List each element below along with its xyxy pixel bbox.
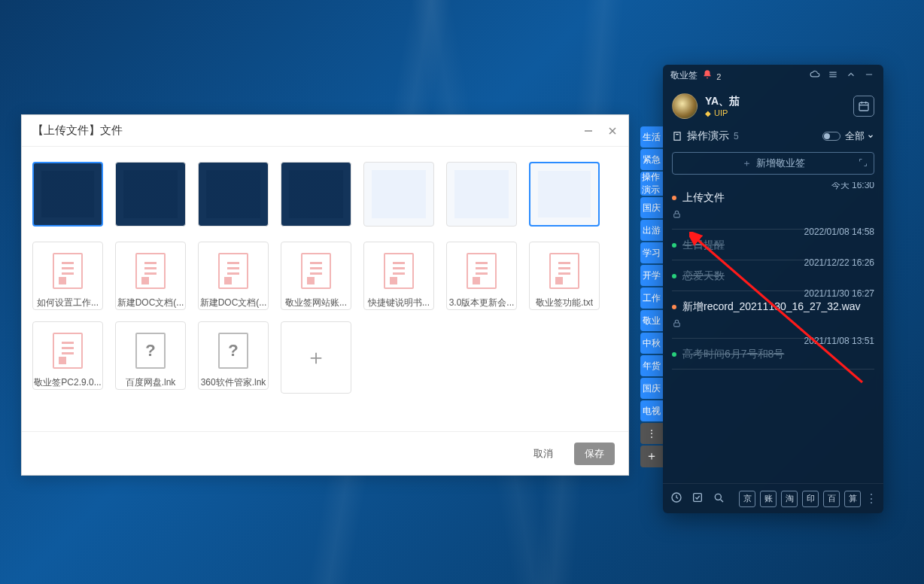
- tag-item[interactable]: 工作: [640, 287, 663, 309]
- bookmark-icon: [672, 131, 682, 141]
- window-controls: [583, 126, 618, 136]
- tag-item[interactable]: 操作演示: [640, 172, 663, 196]
- tag-add[interactable]: ＋: [640, 446, 663, 467]
- clock-icon[interactable]: [670, 491, 682, 506]
- note-item[interactable]: 2021/11/30 16:27 新增record_20211130_16_27…: [672, 291, 874, 339]
- status-dot: [672, 196, 676, 200]
- note-item[interactable]: 2021/11/08 13:51 高考时间6月7号和8号: [672, 339, 874, 370]
- dialog-body: 如何设置工作... 新建DOC文档(... 新建DOC文档(... 敬业签网站账…: [22, 147, 628, 431]
- status-dot: [672, 274, 676, 278]
- note-timestamp: 2021/12/22 16:26: [804, 257, 874, 268]
- save-button[interactable]: 保存: [574, 443, 615, 465]
- calendar-icon[interactable]: [853, 96, 874, 117]
- cancel-button[interactable]: 取消: [523, 443, 564, 465]
- tag-item[interactable]: 生活: [640, 126, 663, 148]
- file-doc[interactable]: 3.0版本更新会...: [446, 242, 517, 309]
- quick-link[interactable]: 百: [823, 491, 840, 507]
- status-dot: [672, 305, 676, 309]
- file-doc[interactable]: 快捷键说明书...: [363, 242, 434, 309]
- file-thumb[interactable]: [281, 162, 351, 230]
- quick-link[interactable]: 淘: [781, 491, 798, 507]
- file-doc[interactable]: 敬业签功能.txt: [529, 242, 600, 309]
- cloud-sync-icon[interactable]: [808, 68, 822, 84]
- close-icon[interactable]: [607, 126, 618, 136]
- note-timestamp: 2021/11/08 13:51: [804, 336, 874, 346]
- username: YA、茄: [705, 95, 740, 108]
- app-brand: 敬业签: [670, 69, 698, 82]
- tag-item[interactable]: 开学: [640, 265, 663, 286]
- note-title: 上传文件: [682, 191, 725, 205]
- minimize-icon[interactable]: [583, 126, 594, 136]
- checkbox-icon[interactable]: [691, 491, 704, 506]
- notif-count: 2: [716, 72, 721, 81]
- tag-more[interactable]: ⋮: [640, 423, 663, 444]
- tag-item[interactable]: 出游: [640, 220, 663, 241]
- category-tags: 生活 紧急 操作演示 国庆 出游 学习 开学 工作 敬业 中秋 年货 国庆 电视…: [640, 126, 663, 467]
- file-doc[interactable]: 敬业签PC2.9.0...: [32, 321, 103, 389]
- svg-line-18: [721, 500, 723, 502]
- collapse-icon[interactable]: [844, 68, 858, 84]
- tag-item[interactable]: 国庆: [640, 378, 663, 399]
- tag-item[interactable]: 中秋: [640, 333, 663, 354]
- quick-link[interactable]: 账: [760, 491, 777, 507]
- tag-item[interactable]: 电视: [640, 400, 663, 421]
- lock-icon: [672, 318, 874, 330]
- notifications-icon[interactable]: 2: [702, 69, 721, 82]
- filter-dropdown[interactable]: 全部: [845, 129, 874, 143]
- profile-row: YA、茄 UIP: [663, 86, 883, 126]
- file-thumb[interactable]: [529, 162, 600, 230]
- note-timestamp: 2022/01/08 14:58: [804, 227, 874, 237]
- notes-list: 今天 16:30 上传文件 2022/01/08 14:58 生日提醒 2021…: [663, 182, 883, 483]
- file-doc[interactable]: 如何设置工作...: [32, 242, 103, 309]
- file-thumb[interactable]: [32, 162, 103, 230]
- file-doc[interactable]: 新建DOC文档(...: [115, 242, 186, 309]
- sticky-app: 敬业签 2 YA、茄 UIP 操作演示 5 全部: [663, 65, 883, 513]
- file-doc[interactable]: 敬业签网站账...: [281, 242, 351, 309]
- section-count: 5: [734, 131, 739, 141]
- more-icon[interactable]: ⋮: [865, 491, 876, 506]
- add-note-button[interactable]: ＋ 新增敬业签: [672, 152, 874, 175]
- tag-item[interactable]: 学习: [640, 242, 663, 263]
- svg-rect-11: [674, 132, 680, 141]
- svg-rect-7: [859, 102, 868, 111]
- note-title: 恋爱天数: [682, 269, 725, 283]
- quick-link[interactable]: 京: [739, 491, 755, 507]
- note-item[interactable]: 2022/01/08 14:58 生日提醒: [672, 230, 874, 260]
- quick-link[interactable]: 算: [844, 491, 861, 507]
- svg-rect-13: [674, 214, 680, 217]
- file-thumb[interactable]: [446, 162, 517, 230]
- expand-icon[interactable]: [859, 158, 868, 169]
- note-item[interactable]: 今天 16:30 上传文件: [672, 182, 874, 230]
- note-title: 新增record_20211130_16_27_32.wav: [682, 300, 861, 314]
- file-doc[interactable]: 新建DOC文档(...: [198, 242, 269, 309]
- add-file-button[interactable]: ＋: [281, 321, 351, 394]
- dialog-header: 【上传文件】文件: [22, 115, 628, 147]
- file-thumb[interactable]: [198, 162, 269, 230]
- file-unknown[interactable]: 360软件管家.lnk: [198, 321, 269, 389]
- minimize-icon[interactable]: [862, 68, 876, 84]
- tag-item[interactable]: 国庆: [640, 197, 663, 218]
- file-thumb[interactable]: [363, 162, 434, 230]
- menu-icon[interactable]: [826, 68, 840, 84]
- svg-rect-14: [674, 323, 680, 327]
- view-toggle[interactable]: [822, 132, 840, 141]
- vip-badge: UIP: [705, 108, 740, 117]
- tag-item[interactable]: 年货: [640, 355, 663, 376]
- tag-item[interactable]: 紧急: [640, 149, 663, 170]
- status-dot: [672, 243, 676, 248]
- note-item[interactable]: 2021/12/22 16:26 恋爱天数: [672, 260, 874, 291]
- avatar[interactable]: [672, 93, 698, 119]
- chevron-down-icon: [867, 132, 874, 140]
- file-thumb[interactable]: [115, 162, 186, 230]
- section-header: 操作演示 5 全部: [663, 126, 883, 148]
- svg-rect-16: [694, 494, 702, 502]
- app-footer: 京 账 淘 印 百 算 ⋮: [663, 483, 883, 513]
- note-title: 生日提醒: [682, 239, 725, 252]
- search-icon[interactable]: [713, 491, 725, 506]
- app-titlebar: 敬业签 2: [663, 65, 883, 86]
- quick-link[interactable]: 印: [802, 491, 819, 507]
- file-unknown[interactable]: 百度网盘.lnk: [115, 321, 186, 389]
- tag-item[interactable]: 敬业: [640, 310, 663, 331]
- note-title: 高考时间6月7号和8号: [682, 348, 784, 361]
- lock-icon: [672, 209, 874, 221]
